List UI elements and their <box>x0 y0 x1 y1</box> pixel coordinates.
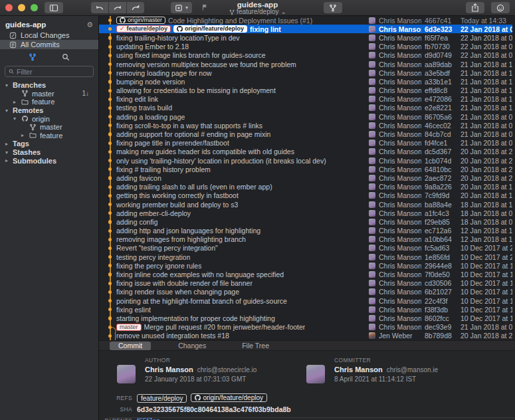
toggle-sidebar-button[interactable] <box>45 2 63 13</box>
commit-message: pointing at the highlight-format branch … <box>116 297 287 305</box>
chevron-right-icon[interactable]: ▸ <box>3 141 10 147</box>
commit-row[interactable]: only using 'trailing-history' location i… <box>99 156 512 165</box>
commit-message-cell: using fixed image links branch for guide… <box>116 51 369 59</box>
commit-row[interactable]: ✓feature/deployorigin/feature/deployfixi… <box>99 25 512 33</box>
commit-row[interactable]: bumping node versionChris Mansona33b1e12… <box>99 77 512 86</box>
commit-author: Chris Manson <box>379 227 421 235</box>
commit-row[interactable]: testing percy integrationChris Manson1e8… <box>99 253 512 261</box>
commit-row[interactable]: fixing page title in prerender/fastbootC… <box>99 139 512 148</box>
commit-row[interactable]: origin/masterCode Highlighting and Deplo… <box>99 16 512 25</box>
commit-row[interactable]: fixing trailing-history locationType in … <box>99 33 512 42</box>
commit-author: Chris Manson <box>379 270 421 278</box>
commit-row[interactable]: working prember build and deploy to s3Ch… <box>99 200 512 209</box>
commit-row[interactable]: remove unused integration tests #18Jen W… <box>99 332 512 340</box>
search-view-icon[interactable] <box>62 53 70 61</box>
feedback-button[interactable] <box>491 2 510 13</box>
tab-changes[interactable]: Changes <box>169 342 215 350</box>
commit-row[interactable]: fixing the percy ignore rulesChris Manso… <box>99 261 512 270</box>
share-button[interactable] <box>466 2 484 13</box>
commit-row[interactable]: using fixed image links branch for guide… <box>99 51 512 60</box>
commit-message-cell: fixing inline code examples with no lang… <box>116 270 369 278</box>
commit-row[interactable]: pointing at the highlight-format branch … <box>99 296 512 305</box>
avatar <box>369 26 375 33</box>
commit-row[interactable]: adding http and json languages for highl… <box>99 227 512 235</box>
ref-badge-origin-master[interactable]: origin/master <box>116 17 165 24</box>
current-branch-indicator[interactable]: feature/deploy ⌄ <box>229 9 286 16</box>
commit-menu-button[interactable]: ▾ <box>171 2 192 13</box>
sidebar-item-local-changes[interactable]: Local Changes <box>0 31 98 40</box>
commit-row[interactable]: masterMerge pull request #20 from jenweb… <box>99 323 512 332</box>
commit-row[interactable]: getting this working correctly in fastbo… <box>99 191 512 200</box>
commit-message: removing loading page for now <box>116 69 212 77</box>
tab-commit[interactable]: Commit <box>110 342 151 350</box>
commit-date: 20 Jan 2018 at 21:20 <box>461 157 512 165</box>
tab-file-tree[interactable]: File Tree <box>233 342 278 350</box>
commit-row[interactable]: fixing scroll-to-top in a way that suppo… <box>99 121 512 130</box>
tree-item-submodules[interactable]: ▸Submodules <box>0 156 98 165</box>
tree-item-stashes[interactable]: ▾Stashes <box>0 148 98 157</box>
commit-row[interactable]: adding trailing slash to all urls (even … <box>99 183 512 191</box>
commit-row[interactable]: removing loading page for nowChris Manso… <box>99 68 512 77</box>
commit-row[interactable]: adding a loading pageChris Manson86705a6… <box>99 112 512 121</box>
chevron-down-icon[interactable]: ▾ <box>3 108 10 114</box>
commit-row[interactable]: starting implementation for proper code … <box>99 314 512 322</box>
commit-message: adding a loading page <box>116 113 185 121</box>
commit-row[interactable]: updating Ember to 2.18Chris Mansonfb7073… <box>99 43 512 51</box>
commit-row[interactable]: removing version multiplex because we fo… <box>99 60 512 68</box>
tree-item-feature[interactable]: ▸feature <box>0 98 98 106</box>
gear-icon[interactable]: ⚙ <box>86 21 93 29</box>
commit-row[interactable]: Revert "testing percy integration"Chris … <box>99 244 512 253</box>
minimize-window-button[interactable] <box>18 4 25 11</box>
tree-item-feature[interactable]: ▸feature <box>0 132 98 140</box>
chevron-down-icon[interactable]: ▾ <box>3 82 10 88</box>
tree-item-master[interactable]: master1↓ <box>0 90 98 98</box>
commit-row[interactable]: adding faviconChris Manson2aec87220 Jan … <box>99 173 512 182</box>
push-button[interactable] <box>127 2 144 13</box>
commit-row[interactable]: removing images from highlighting branch… <box>99 235 512 244</box>
commit-row[interactable]: making new guides header ids compatible … <box>99 148 512 156</box>
commit-row[interactable]: testing travis buildChris Mansone2e82212… <box>99 104 512 112</box>
create-branch-button[interactable] <box>324 2 342 13</box>
commit-row[interactable]: fixing render issue when changing pageCh… <box>99 288 512 296</box>
commit-row[interactable]: adding ember-cli-deployChris Mansona1fc4… <box>99 209 512 217</box>
sidebar-item-all-commits[interactable]: All Commits <box>0 40 98 49</box>
pull-button[interactable] <box>109 2 126 13</box>
commit-sha: 9a8a226 <box>425 183 457 191</box>
tree-item-branches[interactable]: ▾Branches <box>0 81 98 90</box>
commit-message: starting implementation for proper code … <box>116 314 275 322</box>
commit-row[interactable]: adding configChris Mansonf29eb8518 Jan 2… <box>99 217 512 226</box>
chevron-right-icon[interactable]: ▸ <box>11 99 18 105</box>
commit-date: 20 Jan 2018 at 21:19 <box>461 165 512 173</box>
commit-row[interactable]: fixing issue with double render of file … <box>99 279 512 288</box>
ref-badge-feature-deploy[interactable]: feature/deploy <box>137 394 187 403</box>
fetch-button[interactable] <box>91 2 108 13</box>
sidebar-item-label: Local Changes <box>21 31 69 39</box>
tree-item-origin[interactable]: ▾origin <box>0 114 98 123</box>
commit-row[interactable]: fixing inline code examples with no lang… <box>99 270 512 278</box>
filter-input[interactable] <box>17 68 90 76</box>
commit-row[interactable]: allowing for credentials to be missing i… <box>99 86 512 95</box>
commit-sha: 84cb7cd <box>425 130 457 138</box>
commit-date: 20 Jan 2018 at 21:20 <box>461 148 512 156</box>
commit-message-cell: allowing for credentials to be missing i… <box>116 86 369 94</box>
tree-item-remotes[interactable]: ▾Remotes <box>0 106 98 115</box>
chevron-down-icon[interactable]: ▾ <box>3 150 10 156</box>
zoom-window-button[interactable] <box>31 4 38 11</box>
tree-item-master[interactable]: master <box>0 123 98 132</box>
commit-row[interactable]: fixing eslintChris Mansonf38f3db10 Dec 2… <box>99 305 512 314</box>
chevron-right-icon[interactable]: ▸ <box>19 132 26 138</box>
parent-commit-link[interactable]: f65f7ea <box>137 417 160 420</box>
close-window-button[interactable] <box>5 4 13 11</box>
chevron-right-icon[interactable]: ▸ <box>3 158 10 163</box>
chevron-down-icon[interactable]: ▾ <box>11 116 18 122</box>
commit-row[interactable]: fixing edit linkChris Mansone47208621 Ja… <box>99 95 512 104</box>
ref-badge-feature-deploy[interactable]: ✓feature/deploy <box>116 25 171 33</box>
ref-badge-origin-feature-deploy[interactable]: origin/feature/deploy <box>173 25 247 33</box>
ref-badge-origin-feature-deploy[interactable]: origin/feature/deploy <box>191 393 267 402</box>
commit-row[interactable]: fixing # trailing history problemChris M… <box>99 165 512 173</box>
commit-date: 10 Dec 2017 at 19:53 <box>461 270 512 278</box>
branch-view-icon[interactable] <box>29 53 37 61</box>
tree-item-tags[interactable]: ▸Tags <box>0 140 98 148</box>
ref-badge-master[interactable]: master <box>116 324 142 331</box>
commit-row[interactable]: adding support for optional # ending in … <box>99 130 512 138</box>
